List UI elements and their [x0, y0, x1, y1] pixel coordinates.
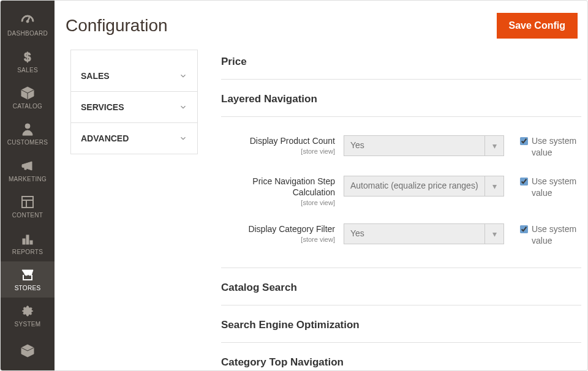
- section-price[interactable]: Price: [221, 50, 581, 80]
- main-area: Configuration Save Config SALES SERVICES…: [55, 1, 587, 370]
- dollar-icon: $: [20, 50, 35, 64]
- sidebar-label: STORES: [15, 285, 41, 291]
- bars-icon: [20, 231, 35, 246]
- sidebar-item-stores[interactable]: STORES: [1, 261, 55, 298]
- select-value: Automatic (equalize price ranges): [344, 176, 485, 196]
- caret-down-icon: ▾: [485, 136, 503, 156]
- chevron-down-icon: [179, 134, 187, 143]
- sidebar-item-system[interactable]: SYSTEM: [1, 298, 55, 334]
- storefront-icon: [20, 268, 35, 282]
- gauge-icon: [20, 13, 35, 28]
- sidebar-item-content[interactable]: CONTENT: [1, 189, 55, 225]
- page-header: Configuration Save Config: [55, 1, 587, 50]
- sidebar-item-reports[interactable]: REPORTS: [1, 225, 55, 261]
- sidebar-label: CATALOG: [13, 103, 42, 110]
- use-system-value-checkbox[interactable]: [520, 178, 528, 186]
- config-tabs: SALES SERVICES ADVANCED: [70, 50, 198, 370]
- select-value: Yes: [344, 136, 485, 156]
- sidebar-label: SALES: [17, 67, 38, 73]
- svg-rect-9: [30, 241, 32, 244]
- svg-rect-4: [22, 197, 33, 208]
- sidebar-item-dashboard[interactable]: DASHBOARD: [1, 7, 55, 43]
- display-product-count-select[interactable]: Yes ▾: [344, 135, 504, 156]
- use-system-value-label: Use system value: [532, 176, 581, 199]
- config-tab-advanced[interactable]: ADVANCED: [70, 123, 198, 154]
- chevron-down-icon: [179, 72, 187, 80]
- sidebar-label: DASHBOARD: [7, 30, 48, 37]
- sidebar-item-extensions[interactable]: [1, 334, 55, 370]
- gear-icon: [20, 304, 35, 318]
- caret-down-icon: ▾: [485, 176, 503, 196]
- use-system-value-checkbox[interactable]: [520, 137, 528, 145]
- page-title: Configuration: [66, 16, 168, 36]
- config-tab-label: SERVICES: [81, 102, 124, 112]
- section-layered-navigation[interactable]: Layered Navigation: [221, 80, 581, 117]
- sidebar-item-marketing[interactable]: MARKETING: [1, 152, 55, 189]
- svg-rect-8: [26, 235, 29, 244]
- field-display-category-filter: Display Category Filter [store view] Yes…: [221, 223, 581, 247]
- price-navigation-step-select[interactable]: Automatic (equalize price ranges) ▾: [344, 176, 504, 197]
- sidebar-label: SYSTEM: [15, 321, 41, 328]
- section-top-navigation[interactable]: Category Top Navigation: [221, 343, 581, 370]
- use-system-value-label: Use system value: [532, 135, 581, 159]
- use-system-value-checkbox[interactable]: [520, 225, 528, 233]
- display-category-filter-select[interactable]: Yes ▾: [344, 223, 504, 244]
- select-value: Yes: [344, 224, 485, 244]
- field-scope: [store view]: [221, 236, 335, 243]
- config-tab-sales[interactable]: SALES: [70, 61, 198, 92]
- extensions-icon: [20, 343, 35, 358]
- use-system-value-label: Use system value: [532, 223, 581, 247]
- caret-down-icon: ▾: [485, 224, 503, 244]
- chevron-down-icon: [179, 103, 187, 111]
- save-config-button[interactable]: Save Config: [497, 13, 578, 39]
- layered-navigation-fields: Display Product Count [store view] Yes ▾…: [221, 117, 581, 268]
- sidebar-item-sales[interactable]: $ SALES: [1, 43, 55, 79]
- svg-rect-7: [23, 239, 25, 244]
- sidebar-label: REPORTS: [12, 249, 43, 255]
- person-icon: [20, 122, 35, 137]
- sidebar-label: CONTENT: [12, 212, 43, 219]
- field-label: Display Product Count: [221, 135, 335, 146]
- svg-rect-1: [28, 18, 30, 21]
- sidebar-label: MARKETING: [9, 176, 47, 182]
- svg-point-3: [25, 124, 30, 129]
- config-tab-label: SALES: [81, 71, 110, 81]
- field-display-product-count: Display Product Count [store view] Yes ▾…: [221, 135, 581, 159]
- layout-icon: [20, 195, 35, 209]
- field-price-navigation-step: Price Navigation Step Calculation [store…: [221, 176, 581, 206]
- box-icon: [20, 86, 35, 100]
- settings-panel: Price Layered Navigation Display Product…: [221, 50, 587, 370]
- sidebar-item-catalog[interactable]: CATALOG: [1, 80, 55, 116]
- config-tab-label: ADVANCED: [81, 133, 129, 143]
- config-tab-services[interactable]: SERVICES: [70, 92, 198, 123]
- field-scope: [store view]: [221, 148, 335, 155]
- admin-sidebar: DASHBOARD $ SALES CATALOG CUSTOMERS MARK…: [1, 1, 55, 370]
- sidebar-item-customers[interactable]: CUSTOMERS: [1, 116, 55, 152]
- field-scope: [store view]: [221, 199, 335, 206]
- field-label: Display Category Filter: [221, 223, 335, 234]
- field-label: Price Navigation Step Calculation: [221, 176, 335, 198]
- section-seo[interactable]: Search Engine Optimization: [221, 305, 581, 343]
- megaphone-icon: [20, 159, 35, 173]
- content-columns: SALES SERVICES ADVANCED Price Layered Na…: [55, 50, 587, 370]
- section-catalog-search[interactable]: Catalog Search: [221, 268, 581, 305]
- svg-text:$: $: [24, 50, 31, 64]
- sidebar-label: CUSTOMERS: [7, 139, 48, 146]
